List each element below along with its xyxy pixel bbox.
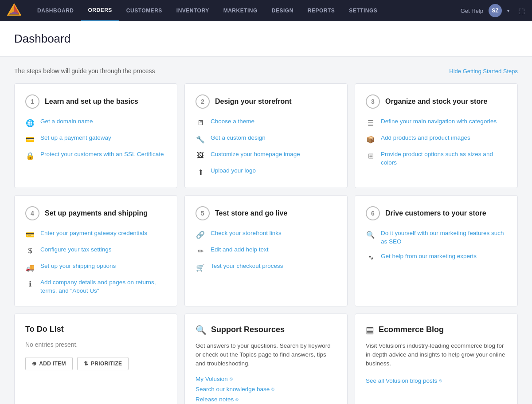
blog-title: Ecommerce Blog <box>379 325 444 334</box>
step-card-1: 1 Learn and set up the basics 🌐 Get a do… <box>14 83 177 188</box>
prioritize-label: PRIORITIZE <box>91 361 122 367</box>
todo-actions: ⊕ ADD ITEM ⇅ PRIORITIZE <box>25 357 166 370</box>
nav-inventory[interactable]: INVENTORY <box>169 0 216 21</box>
domain-link[interactable]: Get a domain name <box>40 118 93 126</box>
step-card-5: 5 Test store and go live 🔗 Check your st… <box>184 195 348 306</box>
blog-posts-label: See all Volusion blog posts <box>366 377 437 384</box>
theme-link[interactable]: Choose a theme <box>211 118 254 126</box>
tax-settings-link[interactable]: Configure your tax settings <box>40 246 112 254</box>
shipping-link[interactable]: Set up your shipping options <box>40 262 116 271</box>
nav-reports[interactable]: REPORTS <box>301 0 342 21</box>
add-item-label: ADD ITEM <box>39 361 66 367</box>
list-item: 💳 Enter your payment gateway credentials <box>25 229 166 239</box>
homepage-image-link[interactable]: Customize your homepage image <box>211 150 300 159</box>
main-content: The steps below will guide you through t… <box>0 57 532 404</box>
support-header: 🔍 Support Resources <box>196 325 336 335</box>
list-item: 📦 Add products and product images <box>366 134 507 144</box>
payment-gateway-link[interactable]: Set up a payment gateway <box>40 134 111 142</box>
upload-icon: ⬆ <box>196 167 205 177</box>
guide-description: The steps below will guide you through t… <box>14 67 155 75</box>
nav-customers[interactable]: CUSTOMERS <box>119 0 169 21</box>
seo-link[interactable]: Do it yourself with our marketing featur… <box>381 229 507 246</box>
navigation-link[interactable]: Define your main navigation with categor… <box>381 118 497 126</box>
blog-header: ▤ Ecommerce Blog <box>366 325 507 335</box>
list-item: ☰ Define your main navigation with categ… <box>366 118 507 128</box>
list-item: ⬆ Upload your logo <box>196 167 336 177</box>
step-number-4: 4 <box>25 206 39 220</box>
help-text-link[interactable]: Edit and add help text <box>211 246 269 254</box>
hide-steps-link[interactable]: Hide Getting Started Steps <box>449 68 518 75</box>
card-title-1: Learn and set up the basics <box>45 98 138 106</box>
avatar[interactable]: SZ <box>489 4 502 17</box>
external-link-icon[interactable]: ⬚ <box>518 7 525 15</box>
card-items-5: 🔗 Check your storefront links ✏ Edit and… <box>196 229 336 272</box>
knowledge-base-link[interactable]: Search our knowledge base ⎋ <box>196 386 336 392</box>
list-item: 🔍 Do it yourself with our marketing feat… <box>366 229 507 246</box>
bottom-grid: To Do List No entries present. ⊕ ADD ITE… <box>14 314 518 404</box>
dollar-icon: $ <box>25 246 35 256</box>
card-header-6: 6 Drive customers to your store <box>366 206 507 220</box>
list-item: 🔒 Protect your customers with an SSL Cer… <box>25 150 166 161</box>
release-notes-label: Release notes <box>196 396 234 403</box>
custom-design-link[interactable]: Get a custom design <box>211 134 266 142</box>
support-icon: 🔍 <box>196 325 207 335</box>
card-header-3: 3 Organize and stock your store <box>366 94 507 109</box>
nav-marketing[interactable]: MARKETING <box>216 0 265 21</box>
card-title-2: Design your storefront <box>215 98 291 106</box>
card-header-2: 2 Design your storefront <box>196 94 336 109</box>
upload-logo-link[interactable]: Upload your logo <box>211 167 256 175</box>
search-icon: 🔍 <box>366 230 376 239</box>
marketing-experts-link[interactable]: Get help from our marketing experts <box>381 252 477 261</box>
card-title-5: Test store and go live <box>215 209 287 217</box>
card-items-4: 💳 Enter your payment gateway credentials… <box>25 229 166 295</box>
support-links: My Volusion ⎋ Search our knowledge base … <box>196 376 336 403</box>
gateway-credentials-link[interactable]: Enter your payment gateway credentials <box>40 229 147 238</box>
list-item: ∿ Get help from our marketing experts <box>366 252 507 263</box>
my-volusion-link[interactable]: My Volusion ⎋ <box>196 376 336 382</box>
nav-settings[interactable]: SETTINGS <box>342 0 384 21</box>
card-items-3: ☰ Define your main navigation with categ… <box>366 118 507 167</box>
nav-orders[interactable]: ORDERS <box>81 0 119 21</box>
chevron-down-icon[interactable]: ▾ <box>507 8 509 13</box>
wrench-icon: 🔧 <box>196 134 205 144</box>
external-icon: ⎋ <box>235 396 239 402</box>
support-description: Get answers to your questions. Search by… <box>196 341 336 369</box>
step-card-4: 4 Set up payments and shipping 💳 Enter y… <box>14 195 177 306</box>
step-card-2: 2 Design your storefront 🖥 Choose a them… <box>184 83 348 188</box>
page-title: Dashboard <box>14 32 518 46</box>
list-item: 🔗 Check your storefront links <box>196 229 336 239</box>
add-products-link[interactable]: Add products and product images <box>381 134 470 142</box>
image-icon: 🖼 <box>196 151 205 161</box>
guide-bar: The steps below will guide you through t… <box>14 67 518 75</box>
company-details-link[interactable]: Add company details and pages on returns… <box>40 278 166 295</box>
product-options-link[interactable]: Provide product options such as sizes an… <box>381 150 507 167</box>
list-item: ℹ Add company details and pages on retur… <box>25 278 166 295</box>
storefront-links-link[interactable]: Check your storefront links <box>211 229 282 238</box>
list-item: 🖥 Choose a theme <box>196 118 336 128</box>
list-item: ✏ Edit and add help text <box>196 246 336 256</box>
logo[interactable] <box>7 4 21 18</box>
steps-grid: 1 Learn and set up the basics 🌐 Get a do… <box>14 83 518 306</box>
list-item: 🚚 Set up your shipping options <box>25 262 166 272</box>
checkout-link[interactable]: Test your checkout process <box>211 262 283 271</box>
blog-description: Visit Volusion's industry-leading ecomme… <box>366 341 507 369</box>
globe-icon: 🌐 <box>25 118 35 128</box>
release-notes-link[interactable]: Release notes ⎋ <box>196 396 336 403</box>
external-icon: ⎋ <box>271 386 274 392</box>
nav-design[interactable]: DESIGN <box>265 0 301 21</box>
nav-dashboard[interactable]: DASHBOARD <box>30 0 81 21</box>
card-title-4: Set up payments and shipping <box>45 209 148 217</box>
prioritize-button[interactable]: ⇅ PRIORITIZE <box>77 357 129 370</box>
theme-icon: 🖥 <box>196 118 205 128</box>
support-card: 🔍 Support Resources Get answers to your … <box>184 314 348 404</box>
ssl-link[interactable]: Protect your customers with an SSL Certi… <box>40 150 164 159</box>
add-item-button[interactable]: ⊕ ADD ITEM <box>25 357 73 370</box>
my-volusion-label: My Volusion <box>196 376 228 382</box>
todo-title: To Do List <box>25 325 166 334</box>
list-item: 🛒 Test your checkout process <box>196 262 336 272</box>
get-help-link[interactable]: Get Help <box>461 8 483 14</box>
card-items-2: 🖥 Choose a theme 🔧 Get a custom design 🖼… <box>196 118 336 177</box>
blog-posts-link[interactable]: See all Volusion blog posts ⎋ <box>366 377 507 384</box>
step-number-5: 5 <box>196 206 210 220</box>
list-item: 🌐 Get a domain name <box>25 118 166 128</box>
